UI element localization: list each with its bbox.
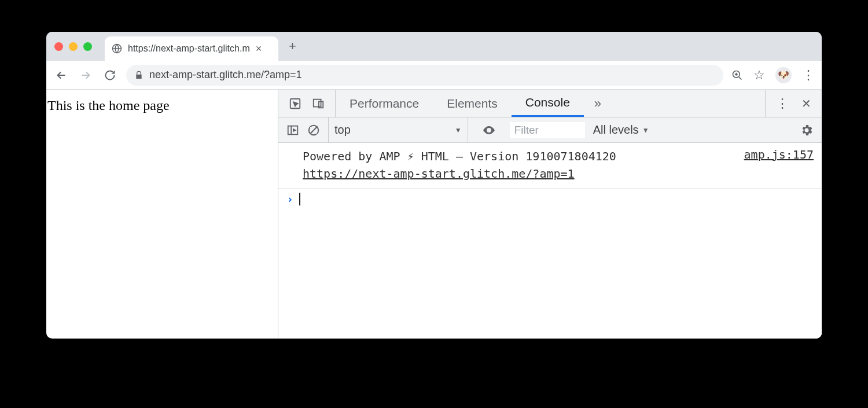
page-body-text: This is the home page (47, 98, 170, 113)
dropdown-caret-icon: ▼ (642, 126, 649, 134)
page-viewport: This is the home page (46, 90, 278, 339)
close-window-button[interactable] (54, 42, 63, 51)
log-source-link[interactable]: amp.js:157 (744, 148, 814, 182)
levels-label: All levels (593, 123, 639, 137)
forward-button[interactable] (78, 67, 94, 83)
browser-toolbar: next-amp-start.glitch.me/?amp=1 ☆ 🐶 ⋮ (46, 61, 822, 90)
tab-strip: https://next-amp-start.glitch.m × + (46, 32, 822, 61)
browser-window: https://next-amp-start.glitch.m × + next… (46, 32, 822, 339)
execution-context-selector[interactable]: top ▼ (328, 117, 468, 142)
dropdown-caret-icon: ▼ (455, 126, 462, 134)
filter-placeholder: Filter (514, 124, 539, 137)
console-settings-icon[interactable] (800, 123, 814, 137)
devtools-panel: Performance Elements Console » ⋮ ✕ top (278, 90, 822, 339)
more-tabs-button[interactable]: » (584, 90, 612, 117)
maximize-window-button[interactable] (83, 42, 92, 51)
tab-performance[interactable]: Performance (336, 90, 433, 117)
clear-console-icon[interactable] (307, 124, 320, 137)
bookmark-star-icon[interactable]: ☆ (753, 68, 765, 83)
devtools-menu-button[interactable]: ⋮ (776, 96, 789, 111)
device-toolbar-icon[interactable] (312, 97, 325, 110)
text-cursor (299, 193, 300, 205)
prompt-caret-icon: › (286, 192, 293, 206)
console-output: Powered by AMP ⚡ HTML – Version 19100718… (278, 143, 822, 339)
url-text: next-amp-start.glitch.me/?amp=1 (149, 69, 302, 81)
content-area: This is the home page Performance Elemen… (46, 90, 822, 339)
log-message: Powered by AMP ⚡ HTML – Version 19100718… (303, 148, 733, 182)
tab-title: https://next-amp-start.glitch.m (128, 43, 250, 54)
lock-icon (134, 71, 144, 80)
devtools-close-button[interactable]: ✕ (801, 97, 811, 111)
window-controls (54, 42, 92, 51)
reload-button[interactable] (102, 67, 118, 83)
zoom-icon[interactable] (731, 69, 743, 81)
minimize-window-button[interactable] (69, 42, 78, 51)
live-expression-icon[interactable] (476, 123, 502, 137)
tab-elements[interactable]: Elements (433, 90, 512, 117)
toolbar-right: ☆ 🐶 ⋮ (731, 67, 815, 83)
svg-point-7 (488, 129, 490, 131)
profile-avatar[interactable]: 🐶 (775, 67, 792, 83)
context-label: top (334, 123, 351, 137)
log-line-1: Powered by AMP ⚡ HTML – Version 19100718… (303, 149, 616, 163)
inspect-element-icon[interactable] (289, 97, 301, 110)
address-bar[interactable]: next-amp-start.glitch.me/?amp=1 (126, 65, 723, 86)
console-toolbar: top ▼ Filter All levels ▼ (278, 117, 822, 143)
tab-console[interactable]: Console (512, 90, 584, 117)
new-tab-button[interactable]: + (289, 39, 296, 54)
filter-input[interactable]: Filter (510, 122, 585, 138)
back-button[interactable] (53, 67, 69, 83)
console-log-row[interactable]: Powered by AMP ⚡ HTML – Version 19100718… (278, 143, 822, 189)
tab-close-button[interactable]: × (256, 43, 262, 55)
globe-icon (112, 43, 122, 54)
browser-menu-button[interactable]: ⋮ (802, 68, 815, 83)
svg-rect-3 (314, 99, 321, 106)
log-url-link[interactable]: https://next-amp-start.glitch.me/?amp=1 (303, 167, 575, 181)
log-levels-selector[interactable]: All levels ▼ (593, 123, 649, 137)
browser-tab[interactable]: https://next-amp-start.glitch.m × (105, 36, 278, 61)
devtools-tabbar: Performance Elements Console » ⋮ ✕ (278, 90, 822, 117)
console-sidebar-toggle-icon[interactable] (286, 124, 299, 137)
console-prompt[interactable]: › (278, 189, 822, 209)
